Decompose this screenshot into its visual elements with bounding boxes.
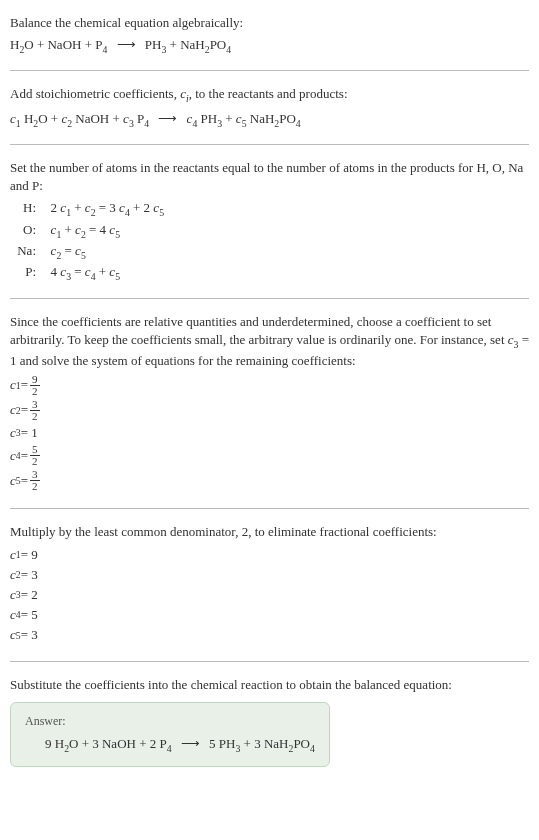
intro-text: Balance the chemical equation algebraica… [10, 14, 529, 32]
coef-c2: c2 = 32 [10, 399, 529, 422]
section-integer-coefficients: Multiply by the least common denominator… [10, 517, 529, 652]
section-atom-equations: Set the number of atoms in the reactants… [10, 153, 529, 290]
intro-text: Add stoichiometric coefficients, ci, to … [10, 85, 529, 105]
divider [10, 298, 529, 299]
divider [10, 661, 529, 662]
section-add-coefficients: Add stoichiometric coefficients, ci, to … [10, 79, 529, 135]
coef-c1: c1 = 9 [10, 546, 529, 564]
intro-text: Since the coefficients are relative quan… [10, 313, 529, 370]
coef-c3: c3 = 1 [10, 424, 529, 442]
arrow-icon: ⟶ [181, 736, 200, 751]
fractional-coefficients: c1 = 92 c2 = 32 c3 = 1 c4 = 52 c5 = 32 [10, 374, 529, 493]
intro-text: Set the number of atoms in the reactants… [10, 159, 529, 195]
divider [10, 144, 529, 145]
balanced-equation: 9 H2O + 3 NaOH + 2 P4 ⟶ 5 PH3 + 3 NaH2PO… [25, 735, 315, 755]
atom-row-o: O: | c1 + c2 = 4 c5 [14, 221, 529, 241]
arrow-icon: ⟶ [117, 37, 136, 52]
answer-label: Answer: [25, 713, 315, 730]
section-solve-fractional: Since the coefficients are relative quan… [10, 307, 529, 500]
atom-equations-table: H: | 2 c1 + c2 = 3 c4 + 2 c5 O: | c1 + c… [14, 199, 529, 283]
coef-c5: c5 = 3 [10, 626, 529, 644]
atom-row-h: H: | 2 c1 + c2 = 3 c4 + 2 c5 [14, 199, 529, 219]
coef-c3: c3 = 2 [10, 586, 529, 604]
section-balance-intro: Balance the chemical equation algebraica… [10, 8, 529, 62]
atom-row-p: P: | 4 c3 = c4 + c5 [14, 263, 529, 283]
answer-box: Answer: 9 H2O + 3 NaOH + 2 P4 ⟶ 5 PH3 + … [10, 702, 330, 767]
divider [10, 70, 529, 71]
arrow-icon: ⟶ [158, 111, 177, 126]
integer-coefficients: c1 = 9 c2 = 3 c3 = 2 c4 = 5 c5 = 3 [10, 546, 529, 645]
coef-c2: c2 = 3 [10, 566, 529, 584]
unbalanced-equation: H2O + NaOH + P4 ⟶ PH3 + NaH2PO4 [10, 36, 529, 56]
coef-c4: c4 = 52 [10, 444, 529, 467]
section-final-answer: Substitute the coefficients into the che… [10, 670, 529, 773]
coef-c1: c1 = 92 [10, 374, 529, 397]
divider [10, 508, 529, 509]
intro-text: Substitute the coefficients into the che… [10, 676, 529, 694]
coefficient-equation: c1 H2O + c2 NaOH + c3 P4 ⟶ c4 PH3 + c5 N… [10, 110, 529, 130]
coef-c4: c4 = 5 [10, 606, 529, 624]
atom-row-na: Na: | c2 = c5 [14, 242, 529, 262]
intro-text: Multiply by the least common denominator… [10, 523, 529, 541]
coef-c5: c5 = 32 [10, 469, 529, 492]
